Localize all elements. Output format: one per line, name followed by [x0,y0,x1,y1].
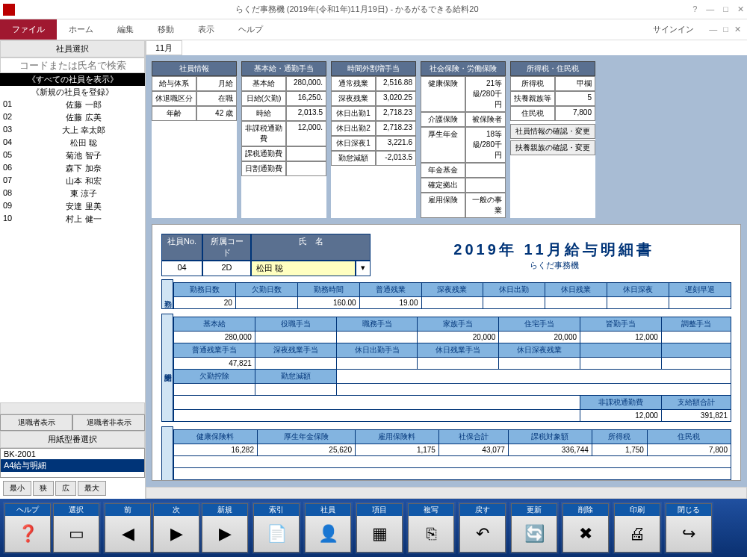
select-icon: ▭ [69,516,84,552]
zoom-narrow-button[interactable]: 狭 [33,481,54,496]
menu-move[interactable]: 移動 [146,19,186,40]
deduction-table: 健康保険料厚生年金保険雇用保険料社保合計課税対象額所得税住民税16,28225,… [173,429,731,481]
panel-label: 日給(欠勤) [241,91,286,106]
employee-row[interactable]: 07山本 和宏 [0,175,145,187]
panel-value: 5 [555,91,595,106]
zoom-min-button[interactable]: 最小 [3,481,31,496]
employee-row[interactable]: 06森下 加奈 [0,162,145,175]
toolbar-select-button[interactable]: 選択▭ [53,503,99,553]
minimize-icon[interactable]: — [706,4,714,14]
sidebar-scrollbar[interactable] [0,402,145,414]
paper-item[interactable]: BK-2001 [1,449,144,459]
toolbar-prev-button[interactable]: 前◀ [105,503,151,553]
sub-minimize-icon[interactable]: — [709,25,717,34]
panel-label: 休退職区分 [152,91,196,106]
panel-value: 2,718.23 [376,121,416,136]
toolbar-next-button[interactable]: 次▶ [153,503,199,553]
zoom-wide-button[interactable]: 広 [55,481,76,496]
help-icon[interactable]: ? [692,4,697,14]
emp-icon: 👤 [318,516,338,552]
panel-value: 3,221.6 [376,136,416,151]
toolbar-delete-button[interactable]: 削除✖ [562,503,609,553]
toolbar-copy-button[interactable]: 複写⎘ [408,503,454,553]
paper-list[interactable]: BK-2001 A4給与明細 [0,448,145,478]
panel-header: 時間外割増手当 [331,61,416,76]
employee-row[interactable]: 03大上 幸太郎 [0,124,145,137]
prev-icon: ◀ [122,516,134,552]
next-icon: ▶ [170,516,183,552]
close-icon[interactable]: ✕ [737,4,744,14]
panel-label: 所得税 [510,76,555,91]
panel-label: 休日出勤2 [331,121,376,136]
new-employee[interactable]: 《新規の社員を登録》 [0,86,145,99]
menu-file[interactable]: ファイル [0,19,57,40]
menu-home[interactable]: ホーム [57,19,105,40]
toolbar-print-button[interactable]: 印刷🖨 [614,503,660,553]
employee-row[interactable]: 05菊池 智子 [0,149,145,162]
employee-row[interactable]: 04松田 聡 [0,137,145,149]
print-icon: 🖨 [629,516,645,552]
employee-row[interactable]: 01佐藤 一郎 [0,99,145,111]
panel-value: 21等級/280千円 [465,76,506,112]
panel-header: 社会保険・労働保険 [421,61,506,76]
panel-label: 健康保険 [421,76,465,112]
panel-label: 休日深夜1 [331,136,376,151]
employee-list[interactable]: 《すべての社員を表示》 《新規の社員を登録》 01佐藤 一郎02佐藤 広美03大… [0,73,145,402]
maximize-icon[interactable]: □ [723,4,728,14]
toolbar-close-button[interactable]: 閉じる↪ [666,503,712,553]
panel-header: 所得税・住民税 [510,61,595,76]
slip-title: 2019年 11月給与明細書 [376,240,731,260]
panel-label: 年金基金 [421,163,465,178]
panel-header: 社員情報 [152,61,237,76]
content-scrollbar[interactable] [146,487,747,499]
zoom-max-button[interactable]: 最大 [78,481,106,496]
panel-label: 課税通勤費 [241,146,286,161]
label-name: 氏 名 [251,234,371,261]
paper-item-selected[interactable]: A4給与明細 [1,459,144,472]
panel-value: 2,516.88 [376,76,416,91]
panel-value: 16,250. [286,91,326,106]
panel-value [286,161,326,176]
panel-value: 在職 [196,91,237,106]
window-title: らくだ事務機 (2019年(令和1年)11月19日) - かるがるできる給料20 [21,4,692,15]
employee-row[interactable]: 02佐藤 広美 [0,111,145,124]
panel-value: 2,718.23 [376,106,416,121]
panel-value: 12,000. [286,121,326,146]
employee-row[interactable]: 08東 涼子 [0,187,145,200]
employee-search-input[interactable] [0,57,145,73]
emp-info-link[interactable]: 社員情報の確認・変更 [510,124,595,139]
toolbar-item-button[interactable]: 項目▦ [356,503,403,553]
attendance-table: 勤務日数欠勤日数勤務時間普通残業深夜残業休日出勤休日残業休日深夜遅刻早退2016… [173,282,731,309]
emp-name-input[interactable]: 松田 聡 [251,261,356,276]
employee-row[interactable]: 09安達 里美 [0,200,145,213]
toolbar-refresh-button[interactable]: 更新🔄 [511,503,557,553]
month-tab[interactable]: 11月 [146,40,182,55]
panel-value: 被保険者 [465,112,506,127]
panel-value: -2,013.5 [376,151,416,166]
app-icon [3,4,15,16]
toolbar-help-button[interactable]: ヘルプ❓ [4,503,51,553]
menu-view[interactable]: 表示 [186,19,226,40]
toolbar-undo-button[interactable]: 戻す↶ [459,503,506,553]
panel-label: 基本給 [241,76,286,91]
panel-label: 時給 [241,106,286,121]
label-emp-no: 社員No. [161,234,202,261]
toolbar-emp-button[interactable]: 社員👤 [305,503,351,553]
panel-label: 深夜残業 [331,91,376,106]
toolbar-index-button[interactable]: 索引📄 [253,503,300,553]
dependents-link[interactable]: 扶養親族の確認・変更 [510,140,595,155]
sub-close-icon[interactable]: ✕ [734,25,741,34]
show-all-employees[interactable]: 《すべての社員を表示》 [0,73,145,86]
employee-row[interactable]: 10村上 健一 [0,213,145,225]
item-icon: ▦ [372,516,388,552]
hide-retired-button[interactable]: 退職者非表示 [72,414,145,431]
signin-link[interactable]: サインイン [644,19,703,40]
sub-restore-icon[interactable]: □ [723,25,728,34]
menu-edit[interactable]: 編集 [105,19,146,40]
emp-dropdown-icon[interactable]: ▾ [356,261,371,276]
toolbar-new-button[interactable]: 新規▶ [202,503,248,553]
menu-help[interactable]: ヘルプ [226,19,275,40]
sidebar-header: 社員選択 [0,40,145,57]
undo-icon: ↶ [476,516,489,552]
show-retired-button[interactable]: 退職者表示 [0,414,72,431]
